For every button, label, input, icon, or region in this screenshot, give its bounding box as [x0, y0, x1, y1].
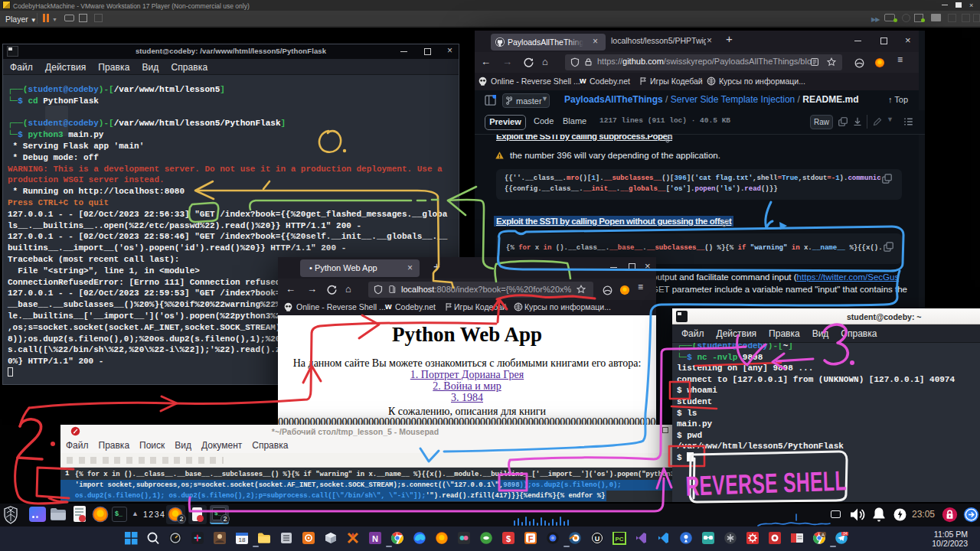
svg-text:A: A	[822, 533, 825, 537]
svg-text:F: F	[528, 534, 534, 543]
svg-text:.04: .04	[842, 532, 848, 536]
svg-text:18: 18	[239, 536, 246, 543]
svg-text:N: N	[372, 534, 378, 543]
svg-text:PC: PC	[615, 536, 623, 543]
svg-text:U: U	[595, 535, 600, 543]
svg-text:$: $	[506, 534, 511, 543]
